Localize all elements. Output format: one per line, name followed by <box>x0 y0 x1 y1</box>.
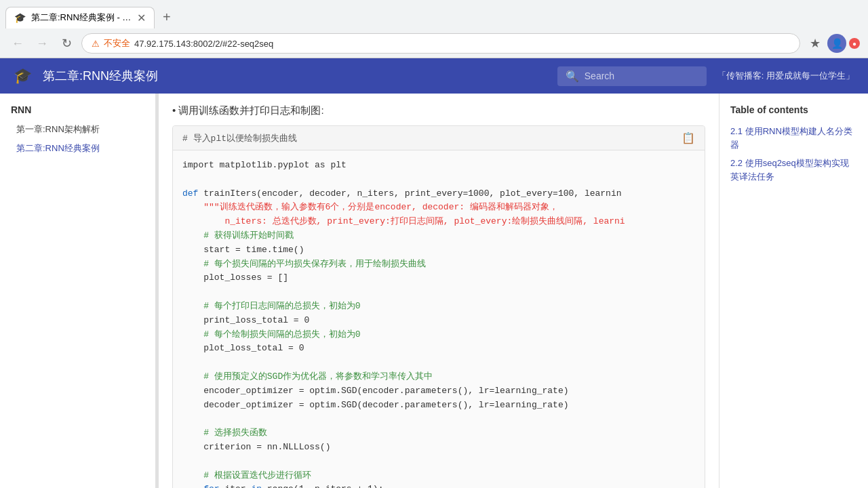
search-icon: 🔍 <box>566 70 579 83</box>
address-bar: ← → ↻ ⚠ 不安全 47.92.175.143:8002/2/#22-seq… <box>0 29 868 58</box>
copy-button[interactable]: 📋 <box>682 131 695 144</box>
sidebar-section-title: RNN <box>11 104 144 115</box>
sidebar-item-chapter1[interactable]: 第一章:RNN架构解析 <box>11 121 144 138</box>
app-header: 🎓 第二章:RNN经典案例 🔍 「传智播客: 用爱成就每一位学生」 <box>0 58 868 94</box>
toc-item-1[interactable]: 2.1 使用RNN模型构建人名分类器 <box>730 122 857 154</box>
main-content: • 调用训练函数并打印日志和制图: # 导入plt以便绘制损失曲线 📋 impo… <box>159 94 719 488</box>
reload-button[interactable]: ↻ <box>57 34 76 53</box>
forward-button[interactable]: → <box>33 34 52 53</box>
bookmark-button[interactable]: ★ <box>806 34 825 53</box>
insecure-icon: ⚠ <box>92 39 100 49</box>
bullet-symbol: • <box>172 104 176 116</box>
user-promo-text: 「传智播客: 用爱成就每一位学生」 <box>717 70 854 82</box>
sidebar-item-chapter2[interactable]: 第二章:RNN经典案例 <box>11 140 144 157</box>
tab-close-button[interactable]: ✕ <box>137 12 146 24</box>
bullet-text: • 调用训练函数并打印日志和制图: <box>172 104 705 117</box>
insecure-label: 不安全 <box>104 37 130 49</box>
code-block: # 导入plt以便绘制损失曲线 📋 import matplotlib.pypl… <box>172 125 705 488</box>
main-layout: RNN 第一章:RNN架构解析 第二章:RNN经典案例 • 调用训练函数并打印日… <box>0 94 868 488</box>
browser-nav-icons: ★ 👤 ● <box>806 34 860 53</box>
profile-icon[interactable]: 👤 <box>827 34 846 53</box>
tab-title: 第二章:RNN经典案例 - RNN <box>31 12 132 24</box>
new-tab-button[interactable]: + <box>157 5 176 29</box>
code-header-comment: # 导入plt以便绘制损失曲线 <box>182 132 297 144</box>
tab-icon: 🎓 <box>14 12 26 23</box>
bullet-content: 调用训练函数并打印日志和制图: <box>178 104 323 116</box>
url-text: 47.92.175.143:8002/2/#22-seq2seq <box>134 39 273 49</box>
search-input[interactable] <box>585 70 693 81</box>
active-tab[interactable]: 🎓 第二章:RNN经典案例 - RNN ✕ <box>5 7 155 28</box>
toc-item-2[interactable]: 2.2 使用seq2seq模型架构实现英译法任务 <box>730 154 857 186</box>
toc-title: Table of contents <box>730 104 857 115</box>
code-body: import matplotlib.pyplot as plt def trai… <box>173 150 705 488</box>
sidebar: RNN 第一章:RNN架构解析 第二章:RNN经典案例 <box>0 94 156 488</box>
app-title: 第二章:RNN经典案例 <box>43 68 547 84</box>
browser-chrome: 🎓 第二章:RNN经典案例 - RNN ✕ + ← → ↻ ⚠ 不安全 47.9… <box>0 0 868 58</box>
back-button[interactable]: ← <box>8 34 27 53</box>
search-box[interactable]: 🔍 <box>557 66 707 86</box>
toc-panel: Table of contents 2.1 使用RNN模型构建人名分类器 2.2… <box>719 94 868 488</box>
tab-bar: 🎓 第二章:RNN经典案例 - RNN ✕ + <box>0 0 868 29</box>
app-logo-icon: 🎓 <box>14 67 32 85</box>
url-bar[interactable]: ⚠ 不安全 47.92.175.143:8002/2/#22-seq2seq <box>81 33 800 54</box>
browser-close-button[interactable]: ● <box>849 38 860 49</box>
code-header: # 导入plt以便绘制损失曲线 📋 <box>173 126 705 150</box>
